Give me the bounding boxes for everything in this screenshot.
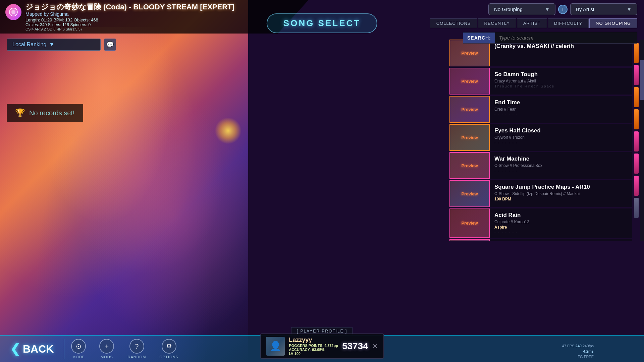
player-close-button[interactable]: ✕ <box>372 342 378 350</box>
song-info-2: End Time Cres // Fear - - - - - - - <box>490 96 632 123</box>
song-select-title-box: SONG SELECT <box>267 13 377 33</box>
song-dash-1: Through The Hitech Space <box>494 84 627 88</box>
random-button[interactable]: ? RANDOM <box>127 339 146 359</box>
song-preview-3: Preview <box>449 124 490 151</box>
scrollbar[interactable] <box>640 40 644 241</box>
points-value: 4,372pp <box>324 344 338 348</box>
song-item-5[interactable]: Preview Square Jump Practice Maps - AR10… <box>449 180 632 207</box>
accent-bar-orange-1 <box>634 43 639 63</box>
chat-button[interactable]: 💬 <box>104 39 116 51</box>
random-icon: ? <box>129 339 144 354</box>
tab-navigation: COLLECTIONS RECENTLY ARTIST DIFFICULTY N… <box>430 18 637 28</box>
player-accuracy: ACCURACY: 93.95% <box>289 348 338 352</box>
no-grouping-chevron: ▼ <box>545 6 550 12</box>
search-input[interactable] <box>495 32 637 43</box>
song-item-7[interactable]: Preview Acid Rain Culprate // DTM9 Nowa <box>449 239 632 241</box>
song-item-1[interactable]: Preview So Damn Tough Crazy Astronaut //… <box>449 68 632 95</box>
fps-value: 240 <box>576 344 582 348</box>
fps-label: 47 FPS <box>562 344 575 348</box>
points-label: POGGERS POINTS <box>289 344 322 348</box>
song-info-4: War Machine C-Show // ProfessionalBox - … <box>490 152 632 179</box>
song-name-0: (Cranky vs. MASAKI // celerih <box>494 43 627 50</box>
song-item-2[interactable]: Preview End Time Cres // Fear - - - - - … <box>449 96 632 123</box>
level-value: 100 <box>294 352 301 356</box>
song-meta-3: Crywolf // Truzon <box>494 135 627 140</box>
song-preview-0: Preview <box>449 40 490 66</box>
tab-recently[interactable]: RECENTLY <box>478 18 516 28</box>
mode-label: MODE <box>72 355 85 359</box>
no-records-box: 🏆 No records set! <box>7 104 83 122</box>
accent-bar-orange-3 <box>634 109 639 129</box>
level-label: LV <box>289 352 293 356</box>
trophy-icon: 🏆 <box>15 108 25 118</box>
tab-difficulty[interactable]: DIFFICULTY <box>548 18 589 28</box>
ranking-chevron: ▼ <box>49 42 54 48</box>
background-artwork <box>0 0 248 362</box>
preview-label-2: Preview <box>461 107 478 112</box>
song-info-3: Eyes Half Closed Crywolf // Truzon - - -… <box>490 124 632 151</box>
player-level: LV 100 <box>289 352 338 356</box>
preview-label-5: Preview <box>461 191 478 196</box>
song-extra-5: 190 BPM <box>494 197 627 201</box>
preview-label-1: Preview <box>461 79 478 84</box>
chat-icon: 💬 <box>106 41 114 48</box>
accent-bar-gray <box>634 198 639 218</box>
mode-button[interactable]: ⊙ MODE <box>71 339 86 359</box>
song-dash-4: - - - - - - - <box>494 169 627 173</box>
scrollbar-thumb[interactable] <box>640 60 644 100</box>
song-info-0: (Cranky vs. MASAKI // celerih <box>490 40 632 66</box>
header-info: ジョジョの奇妙な冒険 (Coda) - BLOODY STREAM [EXPER… <box>25 3 303 31</box>
mods-button[interactable]: + MODS <box>99 339 114 359</box>
accent-bar-pink-4 <box>634 176 639 196</box>
song-info-5: Square Jump Practice Maps - AR10 C-Show … <box>490 180 632 207</box>
no-grouping-dropdown[interactable]: No Grouping ▼ <box>488 3 555 15</box>
song-info-6: Acid Rain Culprate // Karoo13 Aspire - -… <box>490 208 632 238</box>
song-item-4[interactable]: Preview War Machine C-Show // Profession… <box>449 152 632 179</box>
options-label: OPTIONS <box>159 355 178 359</box>
tab-no-grouping[interactable]: NO GROUPING <box>589 18 637 28</box>
performance-indicators: 47 FPS 240 240fps 4,2ms FG FREE <box>562 344 594 359</box>
grouping-icon[interactable]: i <box>558 5 568 14</box>
player-details: Lazzyyy POGGERS POINTS: 4,372pp ACCURACY… <box>289 337 338 356</box>
song-item-3[interactable]: Preview Eyes Half Closed Crywolf // Truz… <box>449 124 632 151</box>
tab-collections[interactable]: COLLECTIONS <box>430 18 477 28</box>
sort-chevron: ▼ <box>627 6 632 12</box>
mode-icon: ⊙ <box>71 339 86 354</box>
mods-label: MODS <box>101 355 113 359</box>
song-meta-5: C-Show - Sideflip (tzp Despair Remix) //… <box>494 191 627 196</box>
random-label: RANDOM <box>127 355 146 359</box>
accent-bar-pink-1 <box>634 65 639 85</box>
accent-bar-orange-2 <box>634 87 639 107</box>
song-item-6[interactable]: Preview Acid Rain Culprate // Karoo13 As… <box>449 208 632 238</box>
sort-label: By Artist <box>576 6 594 12</box>
back-button[interactable]: ❮ BACK <box>0 342 64 356</box>
song-preview-5: Preview <box>449 180 490 207</box>
player-info-box: 👤 Lazzyyy POGGERS POINTS: 4,372pp ACCURA… <box>260 334 384 359</box>
options-button[interactable]: ⚙ OPTIONS <box>159 339 178 359</box>
song-name-4: War Machine <box>494 156 627 162</box>
song-info-7: Acid Rain Culprate // DTM9 Nowa <box>490 239 632 241</box>
song-title: ジョジョの奇妙な冒険 (Coda) - BLOODY STREAM [EXPER… <box>25 3 303 11</box>
latency-value: 4,2ms <box>583 349 594 353</box>
accent-bar-pink-3 <box>634 154 639 174</box>
accuracy-label: ACCURACY <box>289 348 310 352</box>
tab-artist[interactable]: ARTIST <box>517 18 547 28</box>
player-avatar: 👤 <box>266 337 285 356</box>
ranking-label: Local Ranking <box>12 42 46 48</box>
song-stats-1: Length: 01:29 BPM: 132 Objects: 468 <box>25 17 303 22</box>
preview-label-6: Preview <box>461 221 478 226</box>
song-header: ジョジョの奇妙な冒険 (Coda) - BLOODY STREAM [EXPER… <box>0 0 309 34</box>
song-name-1: So Damn Tough <box>494 71 627 78</box>
grouping-area: No Grouping ▼ i By Artist ▼ <box>488 3 637 15</box>
free-display: FG FREE <box>578 355 594 359</box>
sort-dropdown[interactable]: By Artist ▼ <box>570 3 637 15</box>
options-icon: ⚙ <box>162 339 176 354</box>
latency-display: 4,2ms <box>583 349 594 353</box>
player-name: Lazzyyy <box>289 337 338 344</box>
search-label: SEARCH: <box>463 33 495 43</box>
ranking-select[interactable]: Local Ranking ▼ <box>7 39 101 51</box>
no-grouping-label: No Grouping <box>494 6 523 12</box>
song-meta-6: Culprate // Karoo13 <box>494 220 627 224</box>
song-item-0[interactable]: Preview (Cranky vs. MASAKI // celerih <box>449 40 632 66</box>
preview-label-3: Preview <box>461 135 478 140</box>
